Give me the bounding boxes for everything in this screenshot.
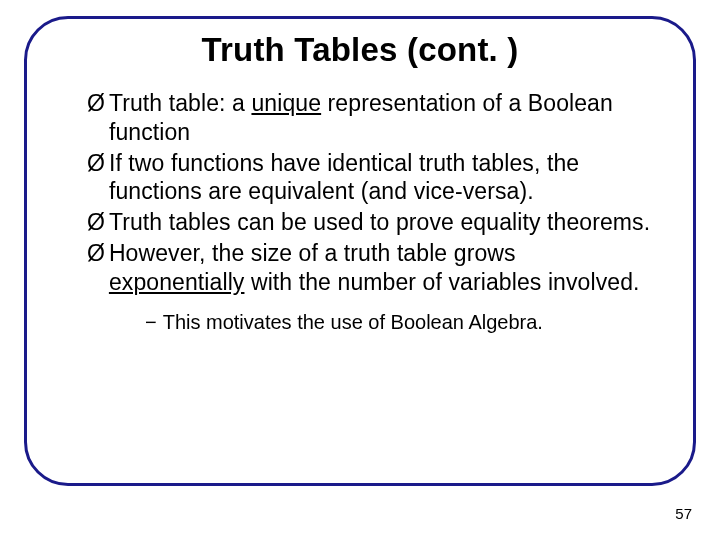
bullet-item: Ø Truth tables can be used to prove equa… <box>87 208 653 237</box>
bullet-text: Truth table: a unique representation of … <box>109 89 653 147</box>
chevron-right-icon: Ø <box>87 239 105 268</box>
bullet-item: Ø Truth table: a unique representation o… <box>87 89 653 147</box>
page-number: 57 <box>675 505 692 522</box>
slide-title: Truth Tables (cont. ) <box>67 31 653 69</box>
slide-frame: Truth Tables (cont. ) Ø Truth table: a u… <box>24 16 696 486</box>
underlined-word: exponentially <box>109 269 245 295</box>
sub-bullet-text: This motivates the use of Boolean Algebr… <box>163 310 543 335</box>
sub-bullet-item: − This motivates the use of Boolean Alge… <box>145 310 653 335</box>
bullet-text: If two functions have identical truth ta… <box>109 149 653 207</box>
bullet-text: Truth tables can be used to prove equali… <box>109 208 650 237</box>
bullet-item: Ø If two functions have identical truth … <box>87 149 653 207</box>
dash-icon: − <box>145 310 157 335</box>
bullet-text: However, the size of a truth table grows… <box>109 239 653 297</box>
bullet-list: Ø Truth table: a unique representation o… <box>67 89 653 335</box>
chevron-right-icon: Ø <box>87 149 105 178</box>
bullet-item: Ø However, the size of a truth table gro… <box>87 239 653 297</box>
underlined-word: unique <box>251 90 321 116</box>
chevron-right-icon: Ø <box>87 208 105 237</box>
chevron-right-icon: Ø <box>87 89 105 118</box>
sub-bullet-list: − This motivates the use of Boolean Alge… <box>87 310 653 335</box>
